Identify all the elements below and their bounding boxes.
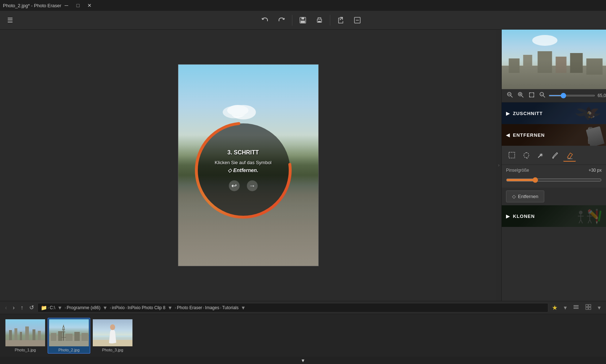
grid-view-button[interactable] bbox=[583, 303, 594, 312]
title-bar: Photo_2.jpg* - Photo Eraser ─ □ ✕ bbox=[0, 0, 606, 11]
main-image: 3. SCHRITT Klicken Sie auf das Symbol ◇ … bbox=[178, 65, 318, 266]
breadcrumb-bar: ‹ › ↑ ↺ 📁 › C:\ ▼ › Programme (x86) ▼ › … bbox=[0, 301, 606, 314]
zoom-percent-label: 65,0 % bbox=[597, 93, 606, 98]
breadcrumb-tutorials[interactable]: Tutorials bbox=[222, 305, 239, 310]
nav-back-button[interactable]: ‹ bbox=[3, 304, 9, 312]
tutorial-forward-button[interactable]: → bbox=[247, 180, 258, 191]
zoom-fit-button[interactable] bbox=[527, 91, 536, 100]
svg-rect-2 bbox=[301, 21, 305, 23]
favorites-expand-button[interactable]: ▼ bbox=[561, 304, 569, 311]
zuschnitt-section: ▶ ZUSCHNITT bbox=[502, 102, 606, 124]
zoom-in-button[interactable] bbox=[516, 91, 526, 100]
breadcrumb-images[interactable]: Images bbox=[205, 305, 219, 310]
thumbnail-photo1[interactable]: Photo_1.jpg bbox=[4, 318, 46, 353]
breadcrumb-tutorials-expand[interactable]: ▼ bbox=[239, 304, 247, 311]
svg-rect-57 bbox=[586, 307, 588, 310]
photo1-label: Photo_1.jpg bbox=[15, 348, 36, 352]
view-expand-button[interactable]: ▼ bbox=[595, 304, 603, 311]
brush-size-value: +30 px bbox=[589, 168, 602, 173]
ruins-svg bbox=[5, 319, 45, 346]
nav-refresh-button[interactable]: ↺ bbox=[27, 303, 36, 312]
tutorial-step: 3. SCHRITT bbox=[207, 149, 279, 156]
tutorial-nav: ↩ → bbox=[207, 180, 279, 191]
svg-rect-51 bbox=[598, 211, 601, 222]
klonen-arrow: ▶ bbox=[506, 214, 510, 219]
entfernen-header[interactable]: ◀ ENTFERNEN bbox=[502, 124, 606, 146]
magic-wand-tool[interactable] bbox=[534, 149, 547, 162]
rect-select-tool[interactable] bbox=[505, 149, 518, 162]
tool-strip bbox=[502, 146, 606, 165]
tutorial-line1: Klicken Sie auf das Symbol bbox=[207, 159, 279, 166]
undo-button[interactable] bbox=[257, 14, 273, 26]
breadcrumb-photoclip-expand[interactable]: ▼ bbox=[166, 304, 174, 311]
nav-forward-button[interactable]: › bbox=[10, 304, 17, 312]
side-handle-icon: › bbox=[498, 163, 500, 168]
close-button[interactable]: ✕ bbox=[84, 2, 95, 9]
remove-button[interactable]: ◇ Entfernen bbox=[506, 190, 544, 202]
lasso-tool[interactable] bbox=[520, 149, 533, 162]
menu-button[interactable]: ☰ bbox=[4, 15, 16, 26]
nav-up-button[interactable]: ↑ bbox=[18, 304, 26, 312]
brush-size-slider[interactable] bbox=[506, 177, 602, 183]
side-panel-handle[interactable]: › bbox=[496, 30, 501, 301]
zoom-100-button[interactable]: 1:1 bbox=[538, 91, 547, 100]
breadcrumb-inpixio[interactable]: inPixio bbox=[112, 305, 125, 310]
pen-decoration bbox=[574, 207, 602, 227]
bottom-collapse-bar[interactable]: ▼ bbox=[0, 357, 606, 364]
export-button[interactable] bbox=[350, 14, 365, 26]
canvas-area[interactable]: 3. SCHRITT Klicken Sie auf das Symbol ◇ … bbox=[0, 30, 496, 301]
zuschnitt-arrow: ▶ bbox=[506, 111, 510, 116]
entfernen-section: ◀ ENTFERNEN bbox=[502, 124, 606, 205]
tutorial-back-button[interactable]: ↩ bbox=[229, 180, 240, 191]
klonen-header[interactable]: ▶ KLONEN bbox=[502, 205, 606, 227]
svg-line-41 bbox=[579, 220, 581, 223]
redo-button[interactable] bbox=[274, 14, 289, 26]
bottom-collapse-icon: ▼ bbox=[301, 358, 305, 363]
breadcrumb-drive[interactable]: C:\ bbox=[50, 305, 55, 310]
svg-point-17 bbox=[532, 35, 558, 46]
svg-point-78 bbox=[110, 324, 115, 330]
svg-text:1:1: 1:1 bbox=[541, 93, 543, 96]
breadcrumb-photoclip[interactable]: InPixio Photo Clip 8 bbox=[127, 305, 165, 310]
breadcrumb-programme[interactable]: Programme (x86) bbox=[67, 305, 100, 310]
thumbnails-strip: Photo_1.jpg bbox=[0, 314, 606, 357]
svg-point-38 bbox=[579, 211, 583, 214]
list-view-button[interactable] bbox=[571, 303, 581, 312]
zuschnitt-header[interactable]: ▶ ZUSCHNITT bbox=[502, 102, 606, 124]
photo2-label: Photo_2.jpg bbox=[58, 348, 80, 352]
favorites-button[interactable]: ★ bbox=[550, 303, 560, 312]
eraser-tool[interactable] bbox=[563, 149, 576, 162]
zoom-slider[interactable] bbox=[549, 95, 595, 96]
svg-rect-12 bbox=[523, 55, 532, 73]
breadcrumb-programme-expand[interactable]: ▼ bbox=[101, 304, 109, 311]
brush-tool[interactable] bbox=[549, 149, 562, 162]
print-button[interactable] bbox=[312, 14, 327, 26]
svg-rect-29 bbox=[588, 128, 593, 142]
main-toolbar: ☰ bbox=[0, 11, 606, 30]
save-button[interactable] bbox=[295, 14, 310, 26]
svg-rect-48 bbox=[596, 209, 598, 222]
brush-size-label: Pinselgröße bbox=[506, 168, 586, 173]
breadcrumb-drive-expand[interactable]: ▼ bbox=[56, 304, 64, 311]
cloud-decoration bbox=[227, 105, 249, 116]
brush-slider-row bbox=[502, 176, 606, 188]
thumbnail-photo3[interactable]: Photo_3.jpg bbox=[92, 318, 134, 353]
image-container: 3. SCHRITT Klicken Sie auf das Symbol ◇ … bbox=[178, 64, 319, 266]
zoom-out-button[interactable] bbox=[505, 91, 515, 100]
svg-rect-58 bbox=[589, 307, 591, 310]
svg-rect-15 bbox=[570, 53, 583, 73]
thumb-ruins-img bbox=[5, 319, 45, 346]
share-button[interactable] bbox=[333, 14, 348, 26]
maximize-button[interactable]: □ bbox=[73, 2, 83, 9]
breadcrumb-photoeraser[interactable]: Photo Eraser bbox=[177, 305, 202, 310]
svg-line-47 bbox=[590, 220, 592, 223]
svg-rect-73 bbox=[82, 333, 88, 341]
thumbnail-photo2[interactable]: Photo_2.jpg bbox=[48, 318, 90, 354]
minimize-button[interactable]: ─ bbox=[61, 2, 71, 9]
bird-decoration bbox=[574, 105, 602, 123]
svg-line-34 bbox=[527, 158, 527, 159]
zuschnitt-title: ▶ ZUSCHNITT bbox=[502, 111, 547, 116]
svg-line-46 bbox=[588, 220, 590, 223]
app-title: Photo_2.jpg* - Photo Eraser bbox=[3, 3, 61, 8]
zoom-controls: 1:1 65,0 % ▲ bbox=[502, 89, 606, 102]
